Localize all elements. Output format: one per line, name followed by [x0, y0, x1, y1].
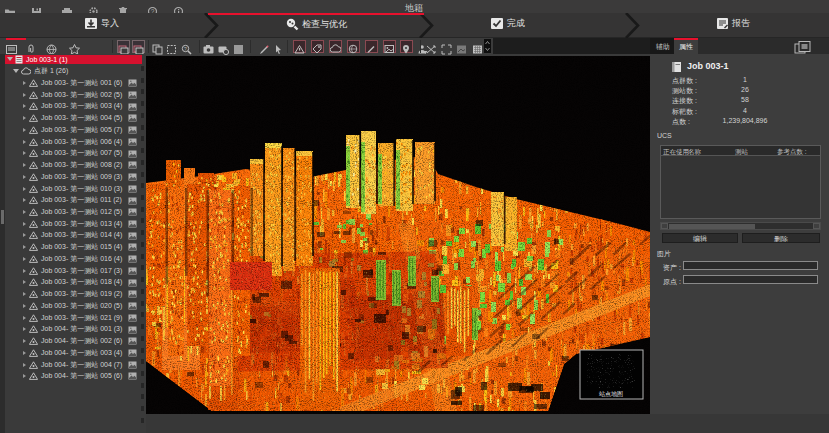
svg-text:?: ? — [184, 46, 187, 52]
svg-text:站点地图: 站点地图 — [599, 391, 623, 398]
